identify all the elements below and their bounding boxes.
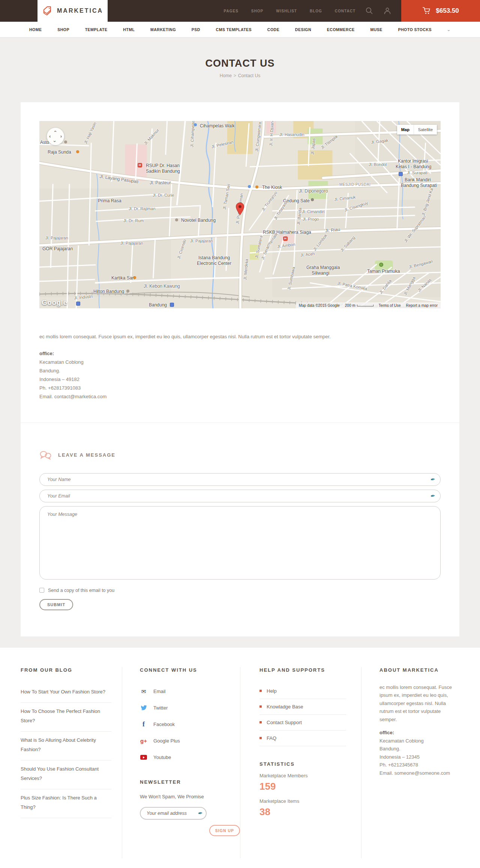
category-nav: HOMESHOPTEMPLATEHTMLMARKETINGPSDCMS TEMP… <box>0 22 480 37</box>
send-copy-label[interactable]: Send a copy of this email to you <box>48 588 114 593</box>
logo[interactable]: MARKETICA <box>38 0 108 22</box>
footer-blog-column: FROM OUR BLOG How To Start Your Own Fash… <box>21 667 122 858</box>
about-address-line: Ph. +6212345678 <box>380 761 459 769</box>
pan-right-icon[interactable]: › <box>60 134 62 139</box>
contact-intro: ec mollis lorem consequat. Fusce ipsum e… <box>39 333 441 341</box>
newsletter-block: NEWSLETTER We Won't Spam, We Promise ✒ S… <box>140 779 240 836</box>
map-label: Bandung Surapati <box>401 183 437 188</box>
blog-link[interactable]: Plus Size Fashion: Is There Such a Thing… <box>21 789 111 818</box>
about-address-line: Email. someone@someone.com <box>380 769 459 777</box>
map-label: Istana Bandung <box>198 255 230 260</box>
category-nav-item[interactable]: CMS TEMPLATES <box>216 27 252 32</box>
category-nav-item[interactable]: MUSE <box>370 27 382 32</box>
blog-link[interactable]: How To Start Your Own Fashion Store? <box>21 683 111 703</box>
social-googleplus[interactable]: g+ Google Plus <box>140 733 240 749</box>
cart-total: $653.50 <box>436 7 459 15</box>
logo-text: MARKETICA <box>57 7 103 14</box>
map-label: Bandung <box>149 302 167 308</box>
category-nav-items: HOMESHOPTEMPLATEHTMLMARKETINGPSDCMS TEMP… <box>29 27 432 32</box>
hospital-poi-icon <box>138 163 142 167</box>
email-input[interactable] <box>39 490 441 502</box>
map-pan-control[interactable]: › › ‹ › <box>47 128 64 145</box>
map-label: Raja Sunda <box>48 149 71 155</box>
map-label: Jl. Dr. Curie <box>153 193 174 197</box>
breadcrumb-separator: > <box>234 73 236 78</box>
map-label: The Kiosk <box>262 185 282 190</box>
help-link[interactable]: Contact Support <box>260 715 346 731</box>
pan-left-icon[interactable]: ‹ <box>49 134 51 139</box>
blog-link[interactable]: Should You Use Fashion Consultant Servic… <box>21 760 111 789</box>
pan-down-icon[interactable]: › <box>52 140 57 142</box>
pan-up-icon[interactable]: › <box>52 130 57 132</box>
map-label: Jl. Dr. Rum <box>123 218 144 223</box>
about-heading: ABOUT MARKETICA <box>380 667 459 673</box>
name-input[interactable] <box>39 473 441 486</box>
category-nav-item[interactable]: TEMPLATE <box>85 27 108 32</box>
category-nav-item[interactable]: HTML <box>123 27 135 32</box>
statistics-block: STATISTICS Marketplace Members 159 Marke… <box>260 761 346 818</box>
breadcrumb-current: Contact Us <box>238 73 260 78</box>
twitter-icon <box>140 705 147 711</box>
top-nav-item[interactable]: PAGES <box>224 9 238 13</box>
connect-heading: CONNECT WITH US <box>140 667 240 673</box>
map-label: Jl. Pajajaran <box>190 239 213 243</box>
help-link[interactable]: Knowladge Base <box>260 699 346 715</box>
restaurant-poi-icon <box>76 150 79 153</box>
site-footer: FROM OUR BLOG How To Start Your Own Fash… <box>0 648 480 868</box>
map-label: Kantor Imigrasi <box>398 158 428 164</box>
blog-link[interactable]: What is So Alluring About Celebrity Fash… <box>21 732 111 760</box>
category-nav-item[interactable]: SHOP <box>57 27 69 32</box>
map-label: Jl. Pasteur <box>150 180 171 185</box>
report-error-link[interactable]: Report a map error <box>406 303 438 308</box>
user-icon[interactable] <box>383 0 392 22</box>
signup-button[interactable]: SIGN UP <box>209 825 240 836</box>
map-view-button[interactable]: Map <box>397 125 414 134</box>
help-link[interactable]: Help <box>260 683 346 699</box>
about-office-label: office: <box>380 729 459 737</box>
social-youtube[interactable]: Youtube <box>140 749 240 766</box>
terms-link[interactable]: Terms of Use <box>379 303 401 308</box>
category-nav-item[interactable]: HOME <box>29 27 42 32</box>
top-nav-item[interactable]: CONTACT <box>335 9 356 13</box>
google-map[interactable]: AstoRaja SundaJl. Haji YasinJl. MakmurJl… <box>39 121 441 308</box>
blog-link[interactable]: How To Choose The Perfect Fashion Store? <box>21 703 111 732</box>
breadcrumb-home[interactable]: Home <box>220 73 232 78</box>
map-marker[interactable] <box>236 202 244 217</box>
search-icon[interactable] <box>365 0 374 22</box>
map-label: Kartika Sari <box>111 275 135 281</box>
category-nav-item[interactable]: MARKETING <box>150 27 176 32</box>
category-nav-item[interactable]: PHOTO STOCKS <box>398 27 432 32</box>
message-textarea[interactable] <box>39 506 441 580</box>
bank-poi-icon <box>399 172 403 176</box>
category-nav-item[interactable]: CODE <box>267 27 279 32</box>
top-nav-item[interactable]: SHOP <box>251 9 263 13</box>
help-link[interactable]: FAQ <box>260 731 346 746</box>
social-facebook[interactable]: f Facebook <box>140 716 240 733</box>
chevron-down-icon[interactable]: ⌄ <box>447 27 451 32</box>
office-address-line: Ph. +62817391083 <box>39 384 441 392</box>
restaurant-poi-icon <box>255 185 258 188</box>
top-nav-item[interactable]: WISHLIST <box>276 9 297 13</box>
top-nav-item[interactable]: BLOG <box>310 9 322 13</box>
newsletter-email-input[interactable] <box>140 807 207 820</box>
satellite-view-button[interactable]: Satellite <box>414 125 437 134</box>
cart-button[interactable]: $653.50 <box>401 0 480 22</box>
map-label: Jl. Pajajaran <box>45 236 68 240</box>
category-nav-item[interactable]: PSD <box>192 27 200 32</box>
email-icon: ✉ <box>140 688 147 695</box>
social-twitter[interactable]: Twitter <box>140 700 240 716</box>
category-nav-item[interactable]: ECOMMERCE <box>327 27 355 32</box>
breadcrumb: Home>Contact Us <box>0 73 480 78</box>
footer-help-column: HELP AND SUPPORTS HelpKnowladge BaseCont… <box>240 667 361 858</box>
map-attribution: Map data ©2015 Google 200 m Terms of Use… <box>296 302 441 308</box>
map-label: Jl. Dr. Rajiman <box>129 206 156 211</box>
google-plus-icon: g+ <box>140 738 147 744</box>
send-copy-checkbox[interactable] <box>39 588 44 593</box>
station-poi-icon <box>76 302 80 306</box>
top-nav: PAGESSHOPWISHLISTBLOGCONTACT <box>224 0 356 22</box>
submit-button[interactable]: SUBMIT <box>39 599 73 610</box>
google-logo[interactable]: Google <box>42 299 67 307</box>
category-nav-item[interactable]: DESIGN <box>295 27 311 32</box>
map-label: GOR Pajajaran <box>42 246 73 251</box>
social-email[interactable]: ✉ Email <box>140 683 240 700</box>
